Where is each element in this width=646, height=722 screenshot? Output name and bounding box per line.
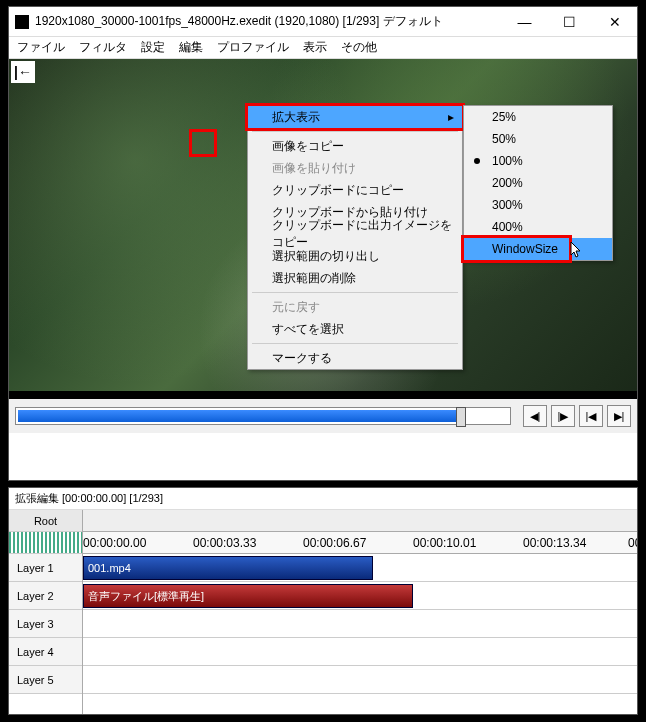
ruler-tick: 00:00:16. [628, 536, 637, 550]
ruler-tick: 00:00:06.67 [303, 536, 366, 550]
seekbar-handle[interactable] [456, 407, 466, 427]
menu-filter[interactable]: フィルタ [79, 39, 127, 56]
separator [252, 131, 458, 132]
highlight-box-icon [189, 129, 217, 157]
menu-profile[interactable]: プロファイル [217, 39, 289, 56]
menu-other[interactable]: その他 [341, 39, 377, 56]
root-row[interactable]: Root [9, 510, 82, 532]
last-frame-button[interactable]: ▶| [607, 405, 631, 427]
layer-4-label[interactable]: Layer 4 [9, 638, 82, 666]
ctx-clipboard-copy[interactable]: クリップボードにコピー [248, 179, 462, 201]
minimize-button[interactable]: — [502, 7, 547, 36]
layer-5-label[interactable]: Layer 5 [9, 666, 82, 694]
ctx-copy-image[interactable]: 画像をコピー [248, 135, 462, 157]
zoom-windowsize[interactable]: WindowSize [464, 238, 612, 260]
zoom-200[interactable]: 200% [464, 172, 612, 194]
ruler-tick: 00:00:13.34 [523, 536, 586, 550]
video-clip[interactable]: 001.mp4 [83, 556, 373, 580]
ctx-zoom-label: 拡大表示 [272, 109, 320, 126]
timeline-tracks[interactable]: 00:00:00.00 00:00:03.33 00:00:06.67 00:0… [83, 510, 637, 714]
timeline-left-panel: Root Layer 1 Layer 2 Layer 3 Layer 4 Lay… [9, 510, 83, 714]
zoom-100[interactable]: 100% [464, 150, 612, 172]
layer-2-label[interactable]: Layer 2 [9, 582, 82, 610]
back-arrow-button[interactable]: |← [11, 61, 35, 83]
prev-frame-button[interactable]: ◀| [523, 405, 547, 427]
close-button[interactable]: ✕ [592, 7, 637, 36]
zoom-windowsize-label: WindowSize [492, 242, 558, 256]
zoom-300[interactable]: 300% [464, 194, 612, 216]
playback-controls: ◀| |▶ |◀ ▶| [9, 399, 637, 433]
ctx-delete-selection[interactable]: 選択範囲の削除 [248, 267, 462, 289]
track-4[interactable] [83, 638, 637, 666]
titlebar[interactable]: 1920x1080_30000-1001fps_48000Hz.exedit (… [9, 7, 637, 37]
ruler-tick: 00:00:03.33 [193, 536, 256, 550]
ctx-clipboard-outimage[interactable]: クリップボードに出力イメージをコピー [248, 223, 462, 245]
zoom-submenu: 25% 50% 100% 200% 300% 400% WindowSize [463, 105, 613, 261]
context-menu: 拡大表示 ▸ 画像をコピー 画像を貼り付け クリップボードにコピー クリップボー… [247, 105, 463, 370]
ctx-undo: 元に戻す [248, 296, 462, 318]
seekbar-fill [18, 410, 458, 422]
layer-1-label[interactable]: Layer 1 [9, 554, 82, 582]
zoom-50[interactable]: 50% [464, 128, 612, 150]
track-2[interactable]: 音声ファイル[標準再生] [83, 582, 637, 610]
main-window: 1920x1080_30000-1001fps_48000Hz.exedit (… [8, 6, 638, 481]
menu-display[interactable]: 表示 [303, 39, 327, 56]
ctx-mark[interactable]: マークする [248, 347, 462, 369]
separator [252, 292, 458, 293]
window-title: 1920x1080_30000-1001fps_48000Hz.exedit (… [35, 13, 502, 30]
ruler-tick: 00:00:10.01 [413, 536, 476, 550]
audio-header-row[interactable] [9, 532, 82, 554]
ctx-cut-selection[interactable]: 選択範囲の切り出し [248, 245, 462, 267]
ctx-paste-image: 画像を貼り付け [248, 157, 462, 179]
ctx-zoom[interactable]: 拡大表示 ▸ [248, 106, 462, 128]
zoom-25[interactable]: 25% [464, 106, 612, 128]
timeline-scrollbar-top[interactable] [83, 510, 637, 532]
layer-3-label[interactable]: Layer 3 [9, 610, 82, 638]
maximize-button[interactable]: ☐ [547, 7, 592, 36]
separator [252, 343, 458, 344]
waveform-area[interactable] [9, 391, 637, 399]
app-icon [15, 15, 29, 29]
menu-settings[interactable]: 設定 [141, 39, 165, 56]
timeline-title[interactable]: 拡張編集 [00:00:00.00] [1/293] [9, 488, 637, 510]
track-1[interactable]: 001.mp4 [83, 554, 637, 582]
play-button[interactable]: |▶ [551, 405, 575, 427]
track-3[interactable] [83, 610, 637, 638]
timeline-ruler[interactable]: 00:00:00.00 00:00:03.33 00:00:06.67 00:0… [83, 532, 637, 554]
bullet-icon [474, 158, 480, 164]
menu-edit[interactable]: 編集 [179, 39, 203, 56]
ctx-select-all[interactable]: すべてを選択 [248, 318, 462, 340]
cursor-icon [570, 242, 584, 260]
track-5[interactable] [83, 666, 637, 694]
first-frame-button[interactable]: |◀ [579, 405, 603, 427]
audio-clip[interactable]: 音声ファイル[標準再生] [83, 584, 413, 608]
timeline-window: 拡張編集 [00:00:00.00] [1/293] Root Layer 1 … [8, 487, 638, 715]
zoom-100-label: 100% [492, 154, 523, 168]
menu-file[interactable]: ファイル [17, 39, 65, 56]
ruler-tick: 00:00:00.00 [83, 536, 146, 550]
chevron-right-icon: ▸ [448, 110, 454, 124]
menubar: ファイル フィルタ 設定 編集 プロファイル 表示 その他 [9, 37, 637, 59]
zoom-400[interactable]: 400% [464, 216, 612, 238]
seekbar[interactable] [15, 407, 511, 425]
